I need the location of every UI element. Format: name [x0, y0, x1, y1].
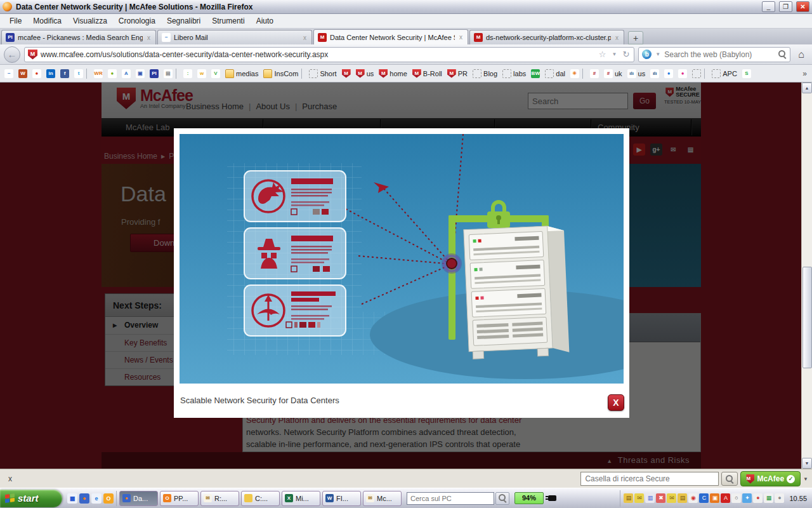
bookmark-item[interactable]: : — [181, 68, 194, 79]
bookmark-item[interactable]: ● — [662, 68, 675, 79]
search-icon[interactable] — [778, 50, 787, 58]
bookmarks-overflow-chevron[interactable]: » — [800, 69, 809, 78]
secure-search-button[interactable] — [721, 472, 738, 486]
task-button[interactable]: ✉ Mc... — [363, 491, 402, 506]
bookmark-item[interactable]: ▤ — [162, 68, 174, 79]
modal-close-button[interactable]: X — [608, 394, 624, 411]
bookmark-item[interactable]: S — [740, 68, 753, 79]
bookmark-item[interactable]: A — [120, 68, 133, 79]
bookmark-item[interactable]: W — [16, 68, 29, 79]
menu-item[interactable]: Aiuto — [251, 15, 279, 27]
tray-icon[interactable]: ✉ — [634, 493, 644, 503]
browser-tab[interactable]: M Data Center Network Security | McAfee … — [313, 29, 468, 44]
web-search-box[interactable]: b ▼ — [638, 47, 790, 62]
mcafee-siteadvisor-button[interactable]: M McAfee ✓ — [740, 471, 801, 486]
bookmark-item[interactable]: ● — [30, 68, 43, 79]
bookmark-item[interactable]: V — [209, 68, 222, 79]
bookmark-item[interactable]: f — [58, 68, 71, 79]
task-button[interactable]: X Mi... — [282, 491, 320, 506]
scroll-up-arrow-icon[interactable]: ▲ — [802, 83, 812, 93]
menu-item[interactable]: Strumenti — [206, 15, 250, 27]
bookmark-item[interactable]: Short — [307, 68, 338, 79]
babylon-icon[interactable]: b — [642, 50, 652, 59]
siteadvisor-dropdown-icon[interactable]: ▼ — [803, 476, 808, 482]
tab-close-icon[interactable]: x — [146, 34, 152, 41]
quick-launch-icon[interactable]: O — [103, 493, 114, 504]
browser-tab[interactable]: PI mcafee - Pickanews : Media Search Eng… — [1, 30, 156, 44]
tray-icon[interactable]: ▥ — [645, 493, 655, 503]
bookmark-item[interactable]: M B-Roll — [410, 68, 444, 79]
bookmark-item[interactable]: M PR — [445, 68, 469, 79]
task-button[interactable]: O PP... — [160, 491, 199, 506]
bookmark-item[interactable]: APC — [710, 68, 739, 79]
tray-icon[interactable]: ✖ — [656, 493, 665, 503]
bookmark-item[interactable] — [86, 69, 91, 79]
tray-icon[interactable]: ▤ — [678, 493, 687, 503]
new-tab-button[interactable]: + — [628, 31, 643, 44]
quick-launch-icon[interactable]: ● — [79, 493, 89, 504]
secure-search-input[interactable] — [580, 472, 719, 486]
tray-icon[interactable]: ▤ — [624, 493, 633, 503]
tray-icon[interactable]: ◉ — [688, 493, 698, 503]
bookmark-item[interactable]: M home — [377, 68, 409, 79]
url-input[interactable] — [41, 50, 594, 59]
tray-icon[interactable]: ● — [753, 493, 763, 503]
menu-item[interactable]: Segnalibri — [161, 15, 206, 27]
menu-item[interactable]: Modifica — [27, 15, 67, 27]
tray-icon[interactable]: ▣ — [710, 493, 719, 503]
bookmark-item[interactable]: # — [588, 68, 601, 79]
home-button[interactable]: ⌂ — [794, 49, 808, 60]
bookmark-item[interactable]: M us — [354, 68, 376, 79]
bookmark-item[interactable]: Blog — [471, 68, 499, 79]
findbar-close-icon[interactable]: x — [5, 474, 15, 484]
bookmark-item[interactable] — [582, 69, 587, 79]
taskbar-search-button[interactable] — [495, 492, 509, 505]
back-button[interactable]: ← — [4, 46, 20, 63]
task-button[interactable]: ✉ R:... — [200, 491, 239, 506]
quick-launch-icon[interactable]: e — [91, 493, 102, 504]
task-button[interactable]: W FI... — [322, 491, 361, 506]
menu-item[interactable]: Cronologia — [113, 15, 161, 27]
vertical-scrollbar[interactable]: ▲ ▼ — [801, 83, 812, 469]
tray-icon[interactable]: ○ — [731, 493, 741, 503]
menu-item[interactable]: File — [4, 15, 27, 27]
bookmark-item[interactable]: ▣ — [134, 68, 147, 79]
bookmark-item[interactable]: ~ — [3, 68, 15, 79]
browser-tab[interactable]: M ds-network-security-platform-xc-cluste… — [469, 30, 624, 44]
bookmark-item[interactable] — [704, 69, 709, 79]
bookmark-item[interactable]: BW — [529, 68, 542, 79]
minimize-button[interactable]: _ — [762, 1, 775, 12]
quick-launch-icon[interactable]: ▦ — [67, 493, 77, 504]
menu-item[interactable]: Visualizza — [67, 15, 113, 27]
tray-icon[interactable]: ▦ — [764, 493, 773, 503]
tray-icon[interactable]: C — [699, 493, 709, 503]
bookmark-item[interactable]: medias — [223, 68, 260, 79]
reload-icon[interactable]: ↻ — [621, 50, 631, 59]
close-button[interactable]: ✕ — [796, 1, 809, 12]
restore-button[interactable]: ❐ — [779, 1, 792, 12]
bookmark-item[interactable] — [301, 69, 306, 79]
start-button[interactable]: start — [0, 490, 62, 507]
bookmark-item[interactable] — [690, 68, 703, 79]
taskbar-search-input[interactable] — [407, 492, 494, 505]
tray-icon[interactable]: A — [721, 493, 730, 503]
bookmark-item[interactable]: M — [340, 68, 353, 79]
task-button[interactable]: C:... — [241, 491, 280, 506]
bookmark-item[interactable]: dal — [543, 68, 567, 79]
bookmark-item[interactable]: ılı us — [625, 68, 648, 79]
web-search-input[interactable] — [664, 50, 776, 59]
task-button[interactable]: ● Da... — [119, 491, 158, 506]
bookmark-item[interactable]: ✳ — [568, 68, 581, 79]
tray-icon[interactable]: ● — [775, 493, 784, 503]
tab-close-icon[interactable]: x — [302, 34, 308, 41]
bookmark-item[interactable]: PI — [148, 68, 160, 79]
bookmark-item[interactable]: t — [72, 68, 85, 79]
scrollbar-thumb[interactable] — [802, 267, 812, 368]
tab-close-icon[interactable]: x — [614, 34, 620, 41]
tray-icon[interactable]: ✦ — [742, 493, 752, 503]
url-dropdown-icon[interactable]: ▼ — [611, 51, 619, 57]
bookmark-item[interactable]: ● — [106, 68, 119, 79]
bookmark-item[interactable]: in — [44, 68, 57, 79]
bookmark-item[interactable]: WR — [92, 68, 105, 79]
bookmark-item[interactable]: InsCom — [261, 68, 300, 79]
